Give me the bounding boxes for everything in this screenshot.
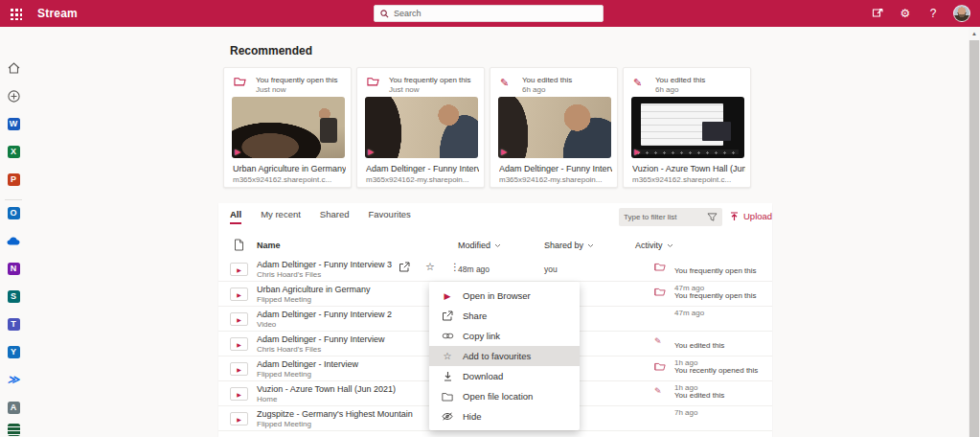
row-name[interactable]: Adam Deltinger - Funny Interview 2 <box>257 310 392 319</box>
user-avatar[interactable] <box>953 5 970 22</box>
card-reason: You frequently open this <box>389 76 471 85</box>
scroll-up-icon[interactable]: ▲ <box>969 27 980 40</box>
play-overlay-icon: ▶ <box>634 148 640 156</box>
topbar-actions: ⚙ ? <box>870 0 976 27</box>
video-thumbnail[interactable]: ▶ <box>365 97 478 158</box>
thumbnail-controls-art <box>637 150 739 154</box>
tab-my-recent[interactable]: My recent <box>261 209 301 222</box>
card-reason: You edited this <box>522 76 572 85</box>
recommended-card[interactable]: You frequently open this Just now ▶ Adam… <box>356 67 485 188</box>
share-icon <box>441 310 454 321</box>
video-file-icon: ▶ <box>230 312 248 326</box>
yammer-icon[interactable] <box>7 345 20 358</box>
play-overlay-icon: ▶ <box>235 148 240 156</box>
column-header-name[interactable]: Name <box>257 241 281 250</box>
add-new-icon[interactable] <box>7 89 20 103</box>
row-name[interactable]: Adam Deltinger - Funny Interview <box>257 334 385 344</box>
settings-gear-icon[interactable]: ⚙ <box>898 6 913 21</box>
search-input[interactable] <box>394 9 597 18</box>
card-subtitle: m365x924162.sharepoint.c... <box>632 175 745 184</box>
column-header-modified[interactable]: Modified <box>458 241 501 250</box>
menu-item-open-file-location[interactable]: Open file location <box>429 386 580 406</box>
table-row[interactable]: ▶ Adam Deltinger - Funny Interview 3 Chr… <box>218 257 772 282</box>
row-location: Flipped Meeting <box>257 420 311 428</box>
pencil-icon: ✎ <box>500 76 513 89</box>
home-icon[interactable] <box>7 61 20 75</box>
outlook-icon[interactable] <box>7 206 20 219</box>
stream-app-window: Stream ⚙ ? ≫ <box>0 0 980 437</box>
card-time: Just now <box>256 85 338 95</box>
teams-icon[interactable] <box>7 317 20 331</box>
card-title: Adam Deltinger - Funny Interview <box>499 164 612 173</box>
powerpoint-icon[interactable] <box>7 172 20 186</box>
video-file-icon: ▶ <box>230 263 248 276</box>
video-thumbnail[interactable]: ▶ <box>631 97 744 158</box>
row-name[interactable]: Urban Agriculture in Germany <box>257 285 371 294</box>
video-thumbnail[interactable]: ▶ <box>232 97 345 158</box>
context-menu: ▶ Open in Browser Share Copy link ☆ Add … <box>429 282 580 430</box>
power-automate-icon[interactable]: ≫ <box>7 373 20 386</box>
send-feedback-icon[interactable] <box>870 6 885 21</box>
recommended-card[interactable]: ✎ You edited this 6h ago ▶ Adam Deltinge… <box>490 67 618 188</box>
file-type-column-icon[interactable] <box>234 239 244 253</box>
video-file-icon: ▶ <box>230 412 248 426</box>
menu-item-copy-link[interactable]: Copy link <box>429 326 580 346</box>
admin-icon[interactable] <box>7 401 20 414</box>
stream-play-icon: ▶ <box>441 291 454 301</box>
card-reason: You edited this <box>655 76 705 85</box>
onedrive-icon[interactable] <box>7 234 20 247</box>
row-location: Home <box>257 395 277 403</box>
card-title: Vuzion - Azure Town Hall (Jun 2021) <box>632 164 745 173</box>
menu-item-hide[interactable]: Hide <box>429 406 580 426</box>
upload-button[interactable]: Upload <box>730 211 772 221</box>
menu-item-download[interactable]: Download <box>429 366 580 386</box>
video-thumbnail[interactable]: ▶ <box>498 97 611 158</box>
row-location: Video <box>257 320 276 329</box>
filter-box[interactable] <box>619 208 722 226</box>
row-name[interactable]: Zugspitze - Germany's Highest Mountain <box>257 409 413 419</box>
chevron-down-icon <box>587 243 594 248</box>
card-title: Urban Agriculture in Germany <box>233 164 346 173</box>
row-modified: 48m ago <box>458 264 490 274</box>
card-time: Just now <box>389 85 471 95</box>
row-location: Flipped Meeting <box>257 295 311 304</box>
help-icon[interactable]: ? <box>925 6 941 21</box>
row-name[interactable]: Vuzion - Azure Town Hall (Jun 2021) <box>257 384 396 394</box>
folder-icon <box>367 76 380 89</box>
tab-shared[interactable]: Shared <box>320 209 350 222</box>
onenote-icon[interactable] <box>7 262 20 275</box>
tab-all[interactable]: All <box>230 209 241 224</box>
play-overlay-icon: ▶ <box>368 148 374 156</box>
row-name[interactable]: Adam Deltinger - Interview <box>257 359 358 369</box>
top-app-bar: Stream ⚙ ? <box>0 0 980 27</box>
row-location: Chris Hoard's Files <box>257 270 321 279</box>
tab-favourites[interactable]: Favourites <box>369 209 411 222</box>
search-box[interactable] <box>374 5 604 22</box>
filter-input[interactable] <box>624 213 707 221</box>
excel-icon[interactable] <box>7 145 20 158</box>
column-header-shared-by[interactable]: Shared by <box>544 241 594 250</box>
word-icon[interactable] <box>7 117 20 130</box>
upload-icon <box>730 212 739 221</box>
sharepoint-icon[interactable] <box>7 289 20 303</box>
app-title: Stream <box>37 7 78 20</box>
video-file-icon: ▶ <box>230 288 248 301</box>
folder-icon <box>441 392 454 402</box>
planner-icon[interactable] <box>7 423 20 436</box>
row-shared-by: you <box>544 264 558 274</box>
recommended-card[interactable]: ✎ You edited this 6h ago ▶ Vuzion - Azur… <box>623 67 751 188</box>
share-icon[interactable] <box>399 262 410 272</box>
row-name[interactable]: Adam Deltinger - Funny Interview 3 <box>257 260 392 269</box>
menu-item-add-to-favourites[interactable]: ☆ Add to favourites <box>429 346 580 366</box>
vertical-scrollbar[interactable]: ▲ <box>969 27 980 437</box>
recommended-card[interactable]: You frequently open this Just now ▶ Urba… <box>223 67 352 188</box>
app-launcher-icon[interactable] <box>10 8 22 20</box>
video-file-icon: ▶ <box>230 387 248 401</box>
menu-item-open-in-browser[interactable]: ▶ Open in Browser <box>429 286 580 306</box>
column-header-activity[interactable]: Activity <box>635 241 673 250</box>
card-time: 6h ago <box>522 85 572 95</box>
favourite-star-icon[interactable]: ☆ <box>425 262 435 272</box>
scrollbar-thumb[interactable] <box>969 40 979 437</box>
menu-item-share[interactable]: Share <box>429 306 580 326</box>
hide-eye-icon <box>441 412 454 421</box>
